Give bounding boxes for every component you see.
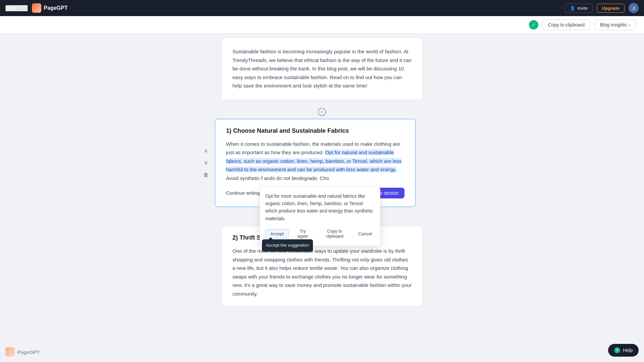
help-label: Help (623, 348, 633, 353)
chevron-up-icon: ∧ (204, 147, 208, 154)
back-label: ← Back (12, 6, 27, 11)
plus-circle-icon: + (318, 108, 326, 116)
section2-text: One of the most fun and sustainable ways… (232, 247, 412, 298)
navbar: ← ← Back PageGPT 👤 Invite Upgrade J (0, 0, 644, 16)
copy-clipboard-button[interactable]: Copy to clipboard (542, 19, 590, 30)
cancel-suggestion-button[interactable]: Cancel (356, 230, 375, 238)
avatar-button[interactable]: J (629, 3, 639, 13)
action-bar: ✓ Copy to clipboard Blog insights › (0, 16, 644, 34)
section1-title: 1) Choose Natural and Sustainable Fabric… (226, 127, 405, 134)
help-button[interactable]: ? Help (608, 344, 639, 357)
copy-suggestion-button[interactable]: Copy to clipboard (317, 227, 353, 240)
suggestion-buttons: Accept Accept the suggestion Try again C… (265, 227, 375, 240)
suggestion-text: Opt for more sustainable and natural fab… (265, 192, 375, 223)
chevron-down-icon: ∨ (204, 160, 208, 166)
copy-clipboard-label: Copy to clipboard (548, 22, 585, 27)
bottom-logo-text: PageGPT (17, 349, 40, 355)
section1-block: 1) Choose Natural and Sustainable Fabric… (215, 119, 416, 207)
back-button[interactable]: ← ← Back (5, 5, 28, 11)
trash-icon: 🗑 (203, 172, 209, 178)
section1-text-truncated2: ands do not biodegrade. Cho (264, 175, 329, 181)
suggestion-popup: Opt for more sustainable and natural fab… (260, 187, 380, 246)
section1-body: When it comes to sustainable fashion, th… (226, 140, 405, 183)
intro-block: Sustainable fashion is becoming increasi… (221, 38, 423, 100)
navbar-left: ← ← Back PageGPT (5, 3, 68, 13)
bottom-logo: PageGPT (5, 347, 40, 357)
accept-label: Accept (270, 231, 284, 236)
navbar-right: 👤 Invite Upgrade J (565, 3, 639, 13)
accept-tooltip: Accept the suggestion (262, 239, 313, 251)
back-arrow-icon: ← (6, 6, 10, 11)
move-down-button[interactable]: ∨ (201, 158, 211, 168)
section1-container: ∧ ∨ 🗑 1) Choose Natural and Sustainable … (215, 119, 429, 207)
blog-insights-button[interactable]: Blog insights › (594, 19, 636, 30)
accept-button[interactable]: Accept (265, 229, 289, 238)
upgrade-button[interactable]: Upgrade (597, 4, 625, 13)
delete-section-button[interactable]: 🗑 (201, 170, 211, 180)
check-icon: ✓ (532, 22, 536, 27)
blog-insights-label: Blog insights (600, 22, 627, 27)
intro-text: Sustainable fashion is becoming increasi… (232, 47, 412, 90)
avatar-initials: J (632, 6, 635, 11)
invite-button[interactable]: 👤 Invite (565, 4, 593, 13)
bottom-logo-icon (5, 347, 15, 357)
logo-text: PageGPT (44, 5, 68, 11)
user-icon: 👤 (570, 6, 575, 11)
help-icon: ? (614, 347, 620, 353)
upgrade-label: Upgrade (602, 6, 620, 11)
accept-btn-wrapper: Accept Accept the suggestion (265, 229, 289, 238)
logo-area: PageGPT (32, 3, 68, 13)
tooltip-text: Accept the suggestion (266, 243, 309, 248)
add-section-divider-1[interactable]: + (318, 105, 326, 119)
logo-icon (32, 3, 41, 13)
cancel-label: Cancel (359, 231, 372, 236)
try-again-button[interactable]: Try again (292, 227, 314, 240)
move-up-button[interactable]: ∧ (201, 146, 211, 156)
copy-suggestion-label: Copy to clipboard (326, 229, 343, 239)
chevron-right-icon: › (629, 22, 630, 27)
invite-label: Invite (577, 6, 588, 11)
try-again-label: Try again (298, 229, 308, 239)
section-controls: ∧ ∨ 🗑 (201, 146, 211, 180)
status-indicator: ✓ (529, 20, 538, 29)
main-content: Sustainable fashion is becoming increasi… (0, 0, 644, 326)
section1-text-after: Avoid synthetic f (226, 175, 263, 181)
